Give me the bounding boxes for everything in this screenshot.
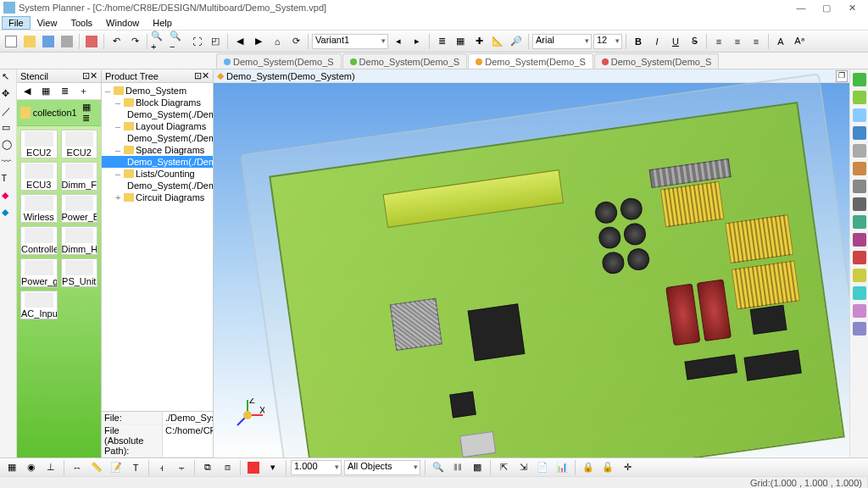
superscript-button[interactable]: Aᵃ (791, 33, 808, 50)
crosshair-button[interactable]: ✛ (619, 459, 636, 476)
tree-pin-icon[interactable]: ⊡ (194, 70, 202, 81)
font-color-button[interactable]: A (772, 33, 789, 50)
minimize-button[interactable]: — (788, 3, 814, 13)
stencil-list-button[interactable]: ≣ (56, 83, 73, 100)
settings-button[interactable] (853, 322, 866, 336)
find-button[interactable]: 🔍 (430, 459, 447, 476)
layer-button[interactable]: ≣ (433, 33, 450, 50)
document-tab[interactable]: Demo_System(Demo_S (216, 53, 342, 69)
view-front-button[interactable] (853, 108, 866, 122)
axis-triad[interactable]: XZ (231, 398, 264, 432)
stencil-item[interactable]: Power_good (20, 258, 58, 287)
refresh-button[interactable]: ⟳ (287, 33, 304, 50)
camera-button[interactable] (853, 286, 866, 300)
stencil-item[interactable]: ECU2 (61, 130, 98, 158)
stencil-item[interactable]: Dimm_Half (61, 226, 98, 255)
view-top-button[interactable] (853, 91, 866, 104)
qr-button[interactable]: ▩ (469, 459, 486, 476)
align-v-button[interactable]: ⫟ (173, 459, 190, 476)
redo-button[interactable]: ↷ (126, 33, 143, 50)
print-button[interactable] (58, 33, 75, 50)
document-tab[interactable]: Demo_System(Demo_S (342, 53, 468, 69)
unlock-button[interactable]: 🔓 (599, 459, 616, 476)
save-button[interactable] (40, 33, 57, 50)
stencil-item[interactable]: AC_Input (20, 291, 58, 319)
document-tab[interactable]: Demo_System(Demo_S (468, 53, 593, 69)
tree-node[interactable]: Demo_System(./Demo_System (102, 108, 213, 120)
stencil-collection-header[interactable]: collection1 ▦ ≣ (17, 100, 101, 126)
tree-node[interactable]: –Layout Diagrams (102, 120, 213, 132)
maximize-button[interactable]: ▢ (814, 3, 839, 14)
color-red-button[interactable] (245, 459, 262, 476)
section-button[interactable] (853, 233, 866, 247)
home-button[interactable]: ⌂ (269, 33, 286, 50)
tree-node[interactable]: +Circuit Diagrams (102, 191, 213, 203)
stencil-item[interactable]: Controller_Mai.. (20, 226, 58, 255)
menu-help[interactable]: Help (146, 16, 179, 30)
filter-combo[interactable]: All Objects (344, 460, 420, 475)
record-button[interactable] (853, 304, 866, 318)
search-button[interactable]: 🔎 (508, 33, 525, 50)
stencil-item[interactable]: Wirless (20, 194, 58, 223)
zoom-window-button[interactable]: ◰ (207, 33, 224, 50)
view-iso-button[interactable] (853, 73, 866, 86)
stencil-add-button[interactable]: ＋ (75, 83, 92, 100)
open-button[interactable] (21, 33, 38, 50)
view-wire-button[interactable] (853, 162, 866, 175)
text-button[interactable]: T (127, 459, 144, 476)
lock-button[interactable]: 🔒 (580, 459, 597, 476)
light-button[interactable] (853, 269, 866, 282)
stencil-view-button[interactable]: ▦ (37, 83, 54, 100)
tree-node[interactable]: Demo_System(./Demo_System (102, 180, 213, 191)
stencil-pin-icon[interactable]: ⊡ (82, 70, 90, 81)
zoom-fit-button[interactable]: ⛶ (188, 33, 205, 50)
bold-button[interactable]: B (630, 33, 647, 50)
ruler-button[interactable]: 📏 (88, 459, 105, 476)
scale-combo[interactable]: 1.000 (291, 460, 342, 475)
group-button[interactable]: ⧉ (199, 459, 216, 476)
font-name-combo[interactable]: Arial (532, 34, 592, 49)
nav-back-button[interactable]: ◀ (231, 33, 248, 50)
ortho-button[interactable]: ⊥ (42, 459, 59, 476)
dim-button[interactable]: ↔ (69, 459, 86, 476)
text-tool[interactable]: T (2, 173, 15, 186)
align-left-button[interactable]: ≡ (710, 33, 727, 50)
note-button[interactable]: 📝 (108, 459, 125, 476)
stencil-item[interactable]: PS_Unit (61, 258, 98, 287)
tree-node[interactable]: –Space Diagrams (102, 144, 213, 156)
stencil-item[interactable]: Dimm_Full (61, 162, 98, 191)
new-button[interactable] (3, 33, 19, 50)
ungroup-button[interactable]: ⧈ (219, 459, 236, 476)
stencil-item[interactable]: ECU2 (20, 130, 58, 158)
polyline-tool[interactable]: 〰 (2, 156, 15, 169)
zoom-in-button[interactable]: 🔍+ (151, 33, 168, 50)
zoom-out-button[interactable]: 🔍− (170, 33, 186, 50)
explode-button[interactable] (853, 251, 866, 264)
ellipse-tool[interactable]: ◯ (2, 139, 15, 152)
menu-view[interactable]: View (31, 16, 64, 30)
stencil-close-icon[interactable]: ✕ (90, 70, 97, 81)
view-side-button[interactable] (853, 126, 866, 140)
stencil-back-button[interactable]: ◀ (19, 83, 36, 100)
grid-button[interactable]: ▦ (452, 33, 469, 50)
snap-button[interactable]: ✚ (470, 33, 487, 50)
close-button[interactable]: ✕ (839, 3, 865, 14)
viewport-restore-button[interactable]: ❐ (836, 70, 848, 82)
tree-root[interactable]: –Demo_System (102, 85, 213, 97)
snap-grid-button[interactable]: ▦ (3, 459, 20, 476)
measure-button[interactable]: 📐 (489, 33, 506, 50)
pan-tool[interactable]: ✥ (2, 88, 15, 102)
lock-view-button[interactable] (853, 215, 866, 229)
barcode-button[interactable]: ⦀⦀ (449, 459, 466, 476)
paint-tool[interactable]: ◆ (2, 190, 15, 203)
rotate-button[interactable] (853, 180, 866, 193)
rect-tool[interactable]: ▭ (2, 122, 15, 136)
line-tool[interactable]: ／ (2, 105, 15, 119)
color-more-button[interactable]: ▾ (264, 459, 281, 476)
undo-button[interactable]: ↶ (108, 33, 125, 50)
italic-button[interactable]: I (648, 33, 665, 50)
menu-file[interactable]: File (2, 16, 31, 30)
tree-close-icon[interactable]: ✕ (202, 70, 209, 81)
3d-viewport[interactable]: ◆Demo_System(Demo_System) ❐ (214, 69, 849, 458)
font-size-combo[interactable]: 12 (593, 34, 622, 49)
